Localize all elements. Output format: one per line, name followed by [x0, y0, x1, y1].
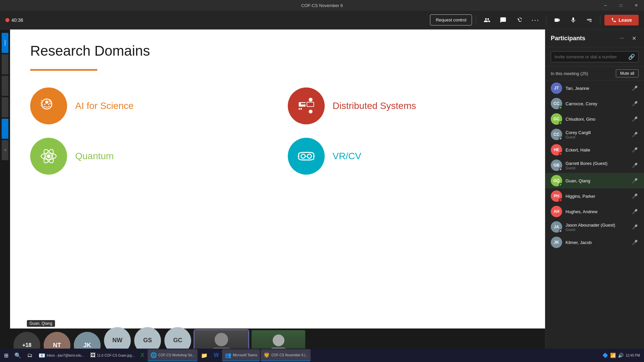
teams2-taskbar-button[interactable]: 🦁 COF-CS November 6 |...: [261, 349, 311, 361]
word-taskbar-button[interactable]: W: [211, 349, 221, 361]
domain-item-distributed: Distributed Systems: [288, 87, 525, 124]
volume-icon[interactable]: 🔊: [618, 353, 624, 358]
camera-button[interactable]: [550, 13, 564, 27]
participant-item-cargill[interactable]: CC Corey Cargill Guest 🎤: [545, 127, 644, 142]
leave-button[interactable]: Leave: [604, 15, 639, 25]
participant-item-carrocce[interactable]: CC Carrocce, Corey 🎤: [545, 96, 644, 111]
participant-item-kilmer[interactable]: JK Kilmer, Jacob 🎤: [545, 235, 644, 250]
participant-item-eckert[interactable]: HE Eckert, Halie 🎤: [545, 142, 644, 158]
mute-all-button[interactable]: Mute all: [616, 69, 639, 77]
participants-button[interactable]: [480, 13, 494, 27]
chrome-tab-1[interactable]: [2, 54, 8, 74]
carrocce-name: Carrocce, Corey: [566, 101, 627, 106]
meeting-count: In this meeting (25): [551, 71, 588, 76]
chrome-tab-5[interactable]: R: [2, 140, 8, 160]
network-icon[interactable]: 📶: [610, 353, 616, 358]
teams2-icon: 🦁: [263, 352, 270, 358]
eckert-avatar: HE: [551, 144, 562, 156]
participants-panel: Participants ··· ✕ 🔗 In this meeting (25…: [545, 29, 644, 362]
toolbar-divider-3: [600, 15, 600, 25]
system-clock[interactable]: 12:45 PM: [626, 354, 640, 357]
quantum-label: Quantum: [75, 151, 114, 162]
teams-taskbar-button[interactable]: 👥 Microsoft Teams: [222, 349, 260, 361]
domain-item-ai: AI for Science: [30, 87, 268, 124]
hughes-mic-button[interactable]: 🎤: [631, 207, 639, 216]
maximize-button[interactable]: □: [613, 0, 629, 11]
svg-point-22: [301, 155, 304, 158]
invite-input[interactable]: [554, 54, 626, 59]
chiudioni-mic-button[interactable]: 🎤: [631, 115, 639, 123]
image-taskbar-button[interactable]: 🖼 11.6 COF-CS Guan.jpg...: [88, 349, 137, 361]
cargill-avatar: CC: [551, 129, 562, 140]
search-button[interactable]: 🔍: [12, 349, 24, 361]
ai-label: AI for Science: [75, 101, 133, 111]
slide-divider: [30, 69, 97, 71]
participant-item-higgins[interactable]: PH Higgins, Parker 🎤: [545, 188, 644, 204]
jason-mic-button[interactable]: 🎤: [631, 223, 639, 231]
cargill-mic-button[interactable]: 🎤: [631, 130, 639, 138]
kilmer-mic-button[interactable]: 🎤: [631, 238, 639, 246]
svg-point-13: [301, 103, 303, 105]
higgins-mic-button[interactable]: 🎤: [631, 192, 639, 200]
garrett-mic-button[interactable]: 🎤: [631, 161, 639, 169]
participant-item-hughes[interactable]: AH Hughes, Andrew 🎤: [545, 204, 644, 219]
vr-icon-circle: [288, 138, 325, 175]
participant-item-garrett[interactable]: GB Garrett Bores (Guest) Guest 🎤: [545, 158, 644, 173]
participant-item-guan[interactable]: GQ Guan, Qiang 🎤: [545, 173, 644, 188]
carrocce-mic-button[interactable]: 🎤: [631, 100, 639, 108]
slide-title: Research Domains: [30, 43, 525, 59]
chrome-tab-3[interactable]: [2, 97, 8, 117]
participant-item-chiudioni[interactable]: GC Chiudioni, Gino 🎤: [545, 111, 644, 127]
slide-content: Research Domains: [10, 29, 545, 328]
panel-close-button[interactable]: ✕: [629, 34, 639, 43]
folder-icon: 📁: [201, 352, 208, 359]
cargill-name: Corey Cargill: [566, 130, 627, 135]
email-icon: 📧: [39, 352, 45, 359]
hughes-info: Hughes, Andrew: [566, 209, 627, 214]
mic-button[interactable]: [567, 13, 580, 27]
close-button[interactable]: ✕: [629, 0, 644, 11]
panel-title: Participants: [551, 35, 585, 42]
raise-hand-button[interactable]: [513, 13, 526, 27]
browser-taskbar-button[interactable]: 🌐 COF-CS Workshop Se...: [148, 349, 198, 361]
teams-label: Microsoft Teams: [233, 353, 257, 357]
distributed-icon-circle: [288, 87, 325, 124]
folder-taskbar-button[interactable]: 📁: [198, 349, 210, 361]
domains-grid: AI for Science: [30, 87, 525, 175]
main-container: 40:36 Request control ··· Leave: [0, 11, 644, 362]
eckert-mic-button[interactable]: 🎤: [631, 146, 639, 154]
invite-link-icon[interactable]: 🔗: [628, 54, 635, 60]
excel-icon: X: [141, 352, 144, 358]
taskview-button[interactable]: 🗂: [24, 349, 35, 361]
guan-mic-button[interactable]: 🎤: [631, 177, 639, 185]
participant-item-tan[interactable]: JT Tan, Jeanne 🎤: [545, 80, 644, 96]
minimize-button[interactable]: ─: [598, 0, 613, 11]
cargill-role: Guest: [566, 135, 627, 139]
participant-item-jason[interactable]: JA Jason Abounader (Guest) Guest 🎤: [545, 219, 644, 235]
start-button[interactable]: ⊞: [1, 349, 11, 361]
chrome-tab-active[interactable]: Chro: [2, 33, 8, 53]
tan-mic-button[interactable]: 🎤: [631, 84, 639, 92]
email-taskbar-button[interactable]: 📧 Inbox - jtan7@kent.edu...: [36, 349, 87, 361]
jason-avatar: JA: [551, 221, 562, 233]
kilmer-avatar: JK: [551, 237, 562, 248]
share-button[interactable]: [583, 13, 596, 27]
overflow-count-label: +18: [22, 342, 31, 348]
cargill-info: Corey Cargill Guest: [566, 130, 627, 139]
jason-role: Guest: [566, 228, 627, 232]
jason-info: Jason Abounader (Guest) Guest: [566, 223, 627, 232]
image-icon: 🖼: [90, 352, 96, 358]
excel-taskbar-button[interactable]: X: [138, 349, 147, 361]
bluetooth-icon[interactable]: 🔷: [602, 353, 608, 358]
garrett-name: Garrett Bores (Guest): [566, 161, 627, 166]
carrocce-info: Carrocce, Corey: [566, 101, 627, 106]
chrome-tab-2[interactable]: [2, 76, 8, 96]
hughes-avatar: AH: [551, 206, 562, 217]
chat-button[interactable]: [496, 13, 510, 27]
request-control-button[interactable]: Request control: [430, 14, 472, 25]
chrome-tab-4[interactable]: [2, 119, 8, 139]
more-button[interactable]: ···: [529, 13, 542, 27]
panel-more-button[interactable]: ···: [617, 34, 627, 43]
domain-item-vr: VR/CV: [288, 138, 525, 175]
distributed-label: Distributed Systems: [333, 101, 416, 111]
